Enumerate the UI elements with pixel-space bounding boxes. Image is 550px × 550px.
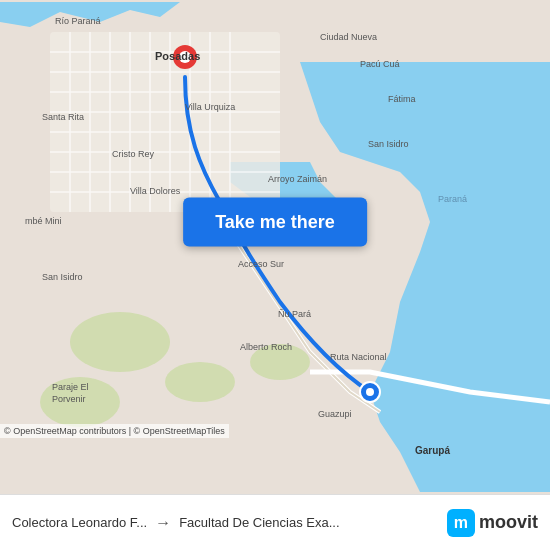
map-attribution: © OpenStreetMap contributors | © OpenStr…	[0, 424, 229, 438]
origin-label: Colectora Leonardo F...	[12, 515, 147, 530]
svg-text:Villa Urquiza: Villa Urquiza	[185, 102, 235, 112]
bottom-bar: Colectora Leonardo F... → Facultad De Ci…	[0, 494, 550, 550]
take-me-there-button[interactable]: Take me there	[183, 198, 367, 247]
moovit-logo-text: moovit	[479, 512, 538, 533]
svg-text:Pacú Cuá: Pacú Cuá	[360, 59, 400, 69]
moovit-logo: m moovit	[447, 509, 538, 537]
svg-text:Río Paraná: Río Paraná	[55, 16, 101, 26]
svg-text:Paraje El: Paraje El	[52, 382, 89, 392]
svg-text:Ruta Nacional: Ruta Nacional	[330, 352, 387, 362]
svg-text:Alberto Roch: Alberto Roch	[240, 342, 292, 352]
svg-text:Santa Rita: Santa Rita	[42, 112, 84, 122]
svg-text:Villa Dolores: Villa Dolores	[130, 186, 181, 196]
svg-text:Fátima: Fátima	[388, 94, 416, 104]
svg-point-19	[70, 312, 170, 372]
svg-text:Posadas: Posadas	[155, 50, 200, 62]
moovit-logo-icon: m	[447, 509, 475, 537]
svg-text:Garupá: Garupá	[415, 445, 450, 456]
svg-text:Guazupi: Guazupi	[318, 409, 352, 419]
svg-text:Ñu Pará: Ñu Pará	[278, 309, 311, 319]
svg-text:Ciudad Nueva: Ciudad Nueva	[320, 32, 377, 42]
arrow-icon: →	[155, 514, 171, 532]
svg-text:San Isidro: San Isidro	[368, 139, 409, 149]
svg-text:mbé Mini: mbé Mini	[25, 216, 62, 226]
route-info: Colectora Leonardo F... → Facultad De Ci…	[12, 514, 439, 532]
svg-text:Cristo Rey: Cristo Rey	[112, 149, 155, 159]
map-container: Río Paraná Posadas Ciudad Nueva Pacú Cuá…	[0, 0, 550, 494]
svg-text:Porvenir: Porvenir	[52, 394, 86, 404]
svg-point-26	[366, 388, 374, 396]
svg-point-21	[165, 362, 235, 402]
svg-text:Paraná: Paraná	[438, 194, 467, 204]
svg-text:Acceso Sur: Acceso Sur	[238, 259, 284, 269]
svg-text:Arroyo Zaimán: Arroyo Zaimán	[268, 174, 327, 184]
svg-text:San Isidro: San Isidro	[42, 272, 83, 282]
destination-label: Facultad De Ciencias Exa...	[179, 515, 339, 530]
app: Río Paraná Posadas Ciudad Nueva Pacú Cuá…	[0, 0, 550, 550]
